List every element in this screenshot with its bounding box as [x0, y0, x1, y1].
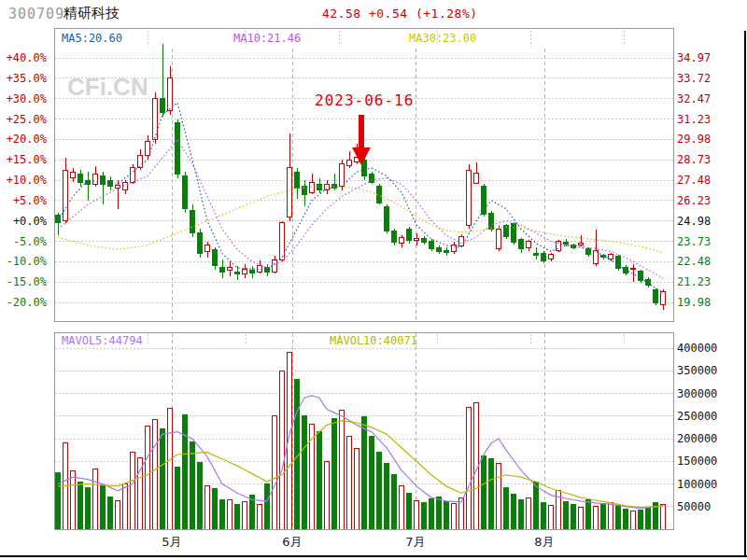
- candle: [138, 156, 143, 168]
- candlestick-panel: CFi.CN: [54, 28, 674, 322]
- candle: [71, 172, 76, 178]
- volume-bar: [392, 475, 397, 529]
- candle: [534, 253, 539, 256]
- volume-bar: [624, 510, 628, 529]
- volume-bar: [205, 486, 210, 529]
- candle: [430, 242, 434, 249]
- volume-bar: [646, 509, 651, 529]
- candle: [183, 176, 188, 209]
- right-axis-price-label: 34.97: [677, 51, 711, 64]
- candle: [146, 142, 150, 156]
- volume-bar: [190, 442, 195, 529]
- volume-bar: [430, 499, 434, 529]
- volume-bar: [362, 417, 367, 529]
- volume-axis-label: 100000: [677, 478, 717, 491]
- candle: [288, 168, 292, 217]
- left-axis-pct-label: -10.0%: [0, 255, 47, 268]
- annotation-date: 2023-06-16: [315, 91, 414, 109]
- volume-axis-label: 200000: [677, 432, 717, 445]
- volume-bar: [317, 432, 322, 529]
- volume-bar: [527, 497, 531, 529]
- ma30-label: MA30:23.00: [409, 33, 476, 45]
- volume-bar: [452, 504, 457, 529]
- candle: [228, 268, 233, 270]
- left-axis-pct-label: +20.0%: [0, 133, 47, 146]
- volume-axis-label: 350000: [677, 364, 717, 377]
- candle: [325, 184, 330, 190]
- volume-bar: [639, 511, 643, 529]
- right-axis-price-label: 31.23: [677, 113, 711, 126]
- candle: [56, 215, 61, 223]
- volume-bar: [78, 482, 83, 529]
- left-axis-pct-label: +15.0%: [0, 153, 47, 166]
- frame-bottom-line: [0, 555, 747, 557]
- candle: [661, 291, 666, 304]
- volume-bar: [564, 502, 569, 529]
- volume-bar: [273, 416, 277, 529]
- candle: [616, 257, 621, 269]
- month-tick-label: 7月: [395, 534, 436, 551]
- volume-bar: [340, 411, 345, 529]
- left-axis-pct-label: +30.0%: [0, 92, 47, 105]
- volume-bar: [280, 371, 285, 529]
- volume-bar: [377, 453, 382, 529]
- candle: [415, 239, 419, 240]
- candle: [400, 237, 404, 244]
- volume-bar: [235, 504, 240, 529]
- candle: [474, 173, 479, 183]
- candle: [63, 170, 68, 221]
- right-axis-price-label: 33.72: [677, 72, 711, 85]
- volume-bar: [542, 503, 546, 529]
- candle: [176, 123, 180, 175]
- volume-axis-label: 50000: [677, 500, 711, 513]
- volume-panel: [54, 332, 674, 530]
- ma30-line: [58, 187, 663, 254]
- month-tick-label: 6月: [272, 534, 313, 551]
- candle: [407, 229, 412, 240]
- candle: [646, 279, 651, 286]
- candle: [370, 174, 374, 182]
- volume-bar: [661, 504, 666, 529]
- right-axis-price-label: 28.73: [677, 153, 711, 166]
- candle: [78, 174, 83, 182]
- volume-bar: [332, 418, 337, 529]
- right-axis-price-label: 22.48: [677, 255, 711, 268]
- volume-axis-label: 300000: [677, 387, 717, 400]
- price-quote: 42.58 +0.54 (+1.28%): [322, 7, 478, 21]
- volume-bar: [512, 494, 516, 529]
- candle: [340, 164, 345, 187]
- candle: [153, 99, 158, 140]
- left-axis-pct-label: +10.0%: [0, 174, 47, 187]
- volume-bar: [347, 437, 352, 529]
- right-axis-price-label: 21.23: [677, 275, 711, 288]
- volume-bar: [444, 502, 449, 529]
- volume-bar: [265, 484, 270, 530]
- volume-bar: [220, 499, 225, 529]
- candle: [168, 78, 173, 111]
- volume-bar: [325, 461, 330, 529]
- candle: [654, 289, 658, 302]
- right-axis-price-label: 26.23: [677, 194, 711, 207]
- right-axis-price-label: 32.47: [677, 92, 711, 105]
- stock-code: 300709: [8, 6, 64, 22]
- stock-name: 精研科技: [63, 5, 120, 22]
- volume-bar: [385, 464, 389, 529]
- volume-bar: [370, 437, 374, 529]
- candle: [631, 268, 636, 269]
- candle: [482, 187, 486, 215]
- candle: [542, 253, 546, 260]
- candle: [295, 172, 300, 188]
- left-axis-pct-label: +35.0%: [0, 72, 47, 85]
- candle: [93, 174, 98, 184]
- right-axis-price-label: 24.98: [677, 215, 711, 228]
- left-axis-pct-label: -15.0%: [0, 275, 47, 288]
- candle: [579, 244, 584, 245]
- candle: [437, 247, 442, 251]
- candle: [609, 255, 613, 259]
- volume-axis-label: 150000: [677, 455, 717, 468]
- right-axis-price-label: 23.73: [677, 235, 711, 248]
- volume-bar: [108, 497, 113, 529]
- left-axis-pct-label: -5.0%: [0, 235, 47, 248]
- volume-bar: [93, 469, 98, 529]
- volume-bar: [400, 486, 404, 529]
